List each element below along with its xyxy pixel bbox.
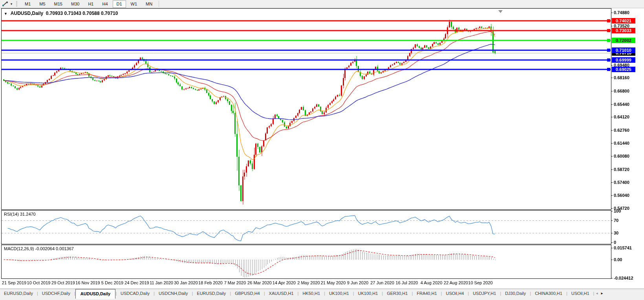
tab-usdjpy-h1[interactable]: USDJPY,H1 bbox=[469, 289, 500, 297]
date-axis-label: 7 Mar 2020 bbox=[224, 280, 246, 285]
date-axis-label: 10 Oct 2019 bbox=[27, 280, 51, 285]
date-axis-label: 18 Feb 2020 bbox=[198, 280, 223, 285]
tab-dj30-daily[interactable]: DJ30,Daily bbox=[501, 289, 530, 297]
price-axis-tick: 0.68160 bbox=[614, 75, 629, 80]
date-axis-label: 16 Nov 2019 bbox=[75, 280, 100, 285]
timeframe-button-m5[interactable]: M5 bbox=[35, 0, 49, 8]
toolbar-separator bbox=[159, 1, 159, 7]
tab-gbpusd-h4[interactable]: GBPUSD,H4 bbox=[231, 289, 264, 297]
price-axis-tick: 0.62760 bbox=[614, 127, 629, 133]
timeframe-button-group: M1M5M15M30H1H4D1W1MN bbox=[20, 0, 157, 8]
mt4-chart-window: { "toolbar": { "line_tool_icon": "line-s… bbox=[0, 0, 644, 300]
date-axis-label: 27 Jun 2020 bbox=[370, 280, 394, 285]
tab-usdchf-daily[interactable]: USDCHF,Daily bbox=[38, 289, 74, 297]
toolbar-dropdown-caret-icon[interactable]: ▾ bbox=[9, 2, 14, 6]
price-axis-tick: 0.66800 bbox=[614, 88, 629, 94]
tab-china300-h1[interactable]: CHINA300,H1 bbox=[531, 289, 566, 297]
line-style-tool-icon[interactable] bbox=[1, 1, 9, 7]
macd-signal-value: 0.001367 bbox=[56, 246, 74, 251]
tab-hk50-h1[interactable]: HK50,H1 bbox=[298, 289, 324, 297]
timeframe-button-m15[interactable]: M15 bbox=[50, 0, 66, 8]
date-axis-label: 22 Aug 2020 bbox=[444, 280, 468, 285]
support-line-label[interactable]: 0.71010 bbox=[612, 47, 635, 53]
rsi-axis-tick: 0 bbox=[614, 240, 616, 245]
tab-scroll-right-icon[interactable]: ▸ bbox=[601, 291, 603, 296]
tab-usoil-h4[interactable]: USOil,H4 bbox=[442, 289, 468, 297]
chart-title: ▼ AUDUSD,Daily 0.70933 0.71043 0.70588 0… bbox=[4, 11, 118, 16]
support-line-label[interactable]: 0.69025 bbox=[612, 67, 635, 72]
date-axis-label: 10 Sep 2020 bbox=[468, 280, 492, 285]
rsi-value: 31.2470 bbox=[20, 212, 36, 216]
date-axis-label: 21 May 2020 bbox=[321, 280, 346, 285]
chart-canvas[interactable] bbox=[0, 0, 644, 300]
macd-axis-tick: -0.024412 bbox=[614, 275, 633, 281]
macd-label: MACD(12,26,9) -0.002064 0.001367 bbox=[4, 246, 74, 251]
timeframe-button-m1[interactable]: M1 bbox=[21, 0, 35, 8]
rsi-axis-tick: 100 bbox=[614, 208, 621, 214]
support-line-label[interactable]: 0.69999 bbox=[612, 57, 635, 63]
timeframe-button-h4[interactable]: H4 bbox=[98, 0, 112, 8]
tab-uk100-h1[interactable]: UK100,H1 bbox=[354, 289, 382, 297]
tab-uk100-h1[interactable]: UK100,H1 bbox=[325, 289, 353, 297]
ohlc-low: 0.70588 bbox=[82, 11, 99, 16]
date-axis-label: 4 Aug 2020 bbox=[421, 280, 443, 285]
tab-scroll-left-icon[interactable]: ◂ bbox=[596, 291, 598, 296]
macd-axis-tick: 0.00 bbox=[614, 257, 622, 262]
ohlc-open: 0.70933 bbox=[46, 11, 63, 16]
rsi-label: RSI(14) 31.2470 bbox=[4, 212, 36, 216]
ohlc-high: 0.71043 bbox=[64, 11, 81, 16]
tab-usoil-h1[interactable]: USOil,H1 bbox=[567, 289, 593, 297]
tab-scroll-arrows: ◂▸ bbox=[596, 289, 603, 296]
resistance-line-label[interactable]: 0.73033 bbox=[612, 28, 635, 33]
macd-axis-tick: 0.015741 bbox=[614, 245, 632, 251]
timeframe-button-h1[interactable]: H1 bbox=[84, 0, 97, 8]
toolbar-grip[interactable] bbox=[16, 1, 17, 7]
tab-usdcnh-daily[interactable]: USDCNH,Daily bbox=[155, 289, 192, 297]
chart-symbol: AUDUSD,Daily bbox=[11, 11, 43, 16]
date-axis-label: 14 Apr 2020 bbox=[273, 280, 296, 285]
price-axis-tick: 0.56040 bbox=[614, 193, 629, 198]
tab-separator: | bbox=[593, 289, 595, 296]
price-axis-tick: 0.60080 bbox=[614, 153, 629, 159]
date-axis-label: 30 Jan 2020 bbox=[174, 280, 198, 285]
pivot-line-label[interactable]: 0.72002 bbox=[612, 38, 635, 43]
tab-eurusd-daily[interactable]: EURUSD,Daily bbox=[193, 289, 230, 297]
ohlc-close: 0.70710 bbox=[101, 11, 118, 16]
tab-xauusd-h1[interactable]: XAUUSD,H1 bbox=[265, 289, 298, 297]
date-axis-label: 24 Dec 2019 bbox=[124, 280, 149, 285]
date-axis-label: 29 Oct 2019 bbox=[51, 280, 75, 285]
date-axis-label: 16 Jul 2020 bbox=[396, 280, 418, 285]
date-axis-label: 2 May 2020 bbox=[297, 280, 320, 285]
price-axis-tick: 0.58720 bbox=[614, 167, 629, 172]
macd-name: MACD(12,26,9) bbox=[4, 246, 34, 251]
rsi-axis-tick: 70 bbox=[614, 218, 618, 223]
date-axis-label: 26 Mar 2020 bbox=[247, 280, 272, 285]
rsi-name: RSI(14) bbox=[4, 212, 19, 216]
timeframe-button-m30[interactable]: M30 bbox=[67, 0, 83, 8]
tab-usdcad-daily[interactable]: USDCAD,Daily bbox=[117, 289, 154, 297]
chart-tab-bar: EURUSD,Daily|USDCHF,Daily|AUDUSD,Daily|U… bbox=[0, 289, 644, 300]
price-axis-tick: 0.64120 bbox=[614, 114, 629, 120]
date-axis-label: 5 Dec 2019 bbox=[101, 280, 123, 285]
tab-fra40-h1[interactable]: FRA40,H1 bbox=[413, 289, 441, 297]
price-axis-tick: 0.65440 bbox=[614, 102, 629, 107]
tab-ger30-h1[interactable]: GER30,H1 bbox=[383, 289, 412, 297]
price-axis-tick: 0.74880 bbox=[614, 10, 629, 15]
chart-dropdown-icon[interactable]: ▼ bbox=[4, 12, 7, 16]
rsi-axis-tick: 30 bbox=[614, 230, 618, 236]
timeframe-button-mn[interactable]: MN bbox=[142, 0, 156, 8]
timeframe-button-w1[interactable]: W1 bbox=[127, 0, 141, 8]
timeframe-button-d1[interactable]: D1 bbox=[113, 0, 126, 8]
date-axis-label: 11 Jan 2020 bbox=[150, 280, 173, 285]
resistance-line-label[interactable]: 0.74021 bbox=[612, 18, 635, 24]
date-axis-label: 21 Sep 2019 bbox=[2, 280, 26, 285]
price-axis-tick: 0.57400 bbox=[614, 180, 629, 185]
tab-eurusd-daily[interactable]: EURUSD,Daily bbox=[0, 289, 37, 297]
date-axis-label: 9 Jun 2020 bbox=[347, 280, 368, 285]
tab-audusd-daily[interactable]: AUDUSD,Daily bbox=[75, 289, 115, 299]
top-toolbar: ▾ M1M5M15M30H1H4D1W1MN bbox=[0, 0, 644, 8]
price-axis-tick: 0.61440 bbox=[614, 140, 629, 146]
macd-main-value: -0.002064 bbox=[35, 246, 55, 251]
